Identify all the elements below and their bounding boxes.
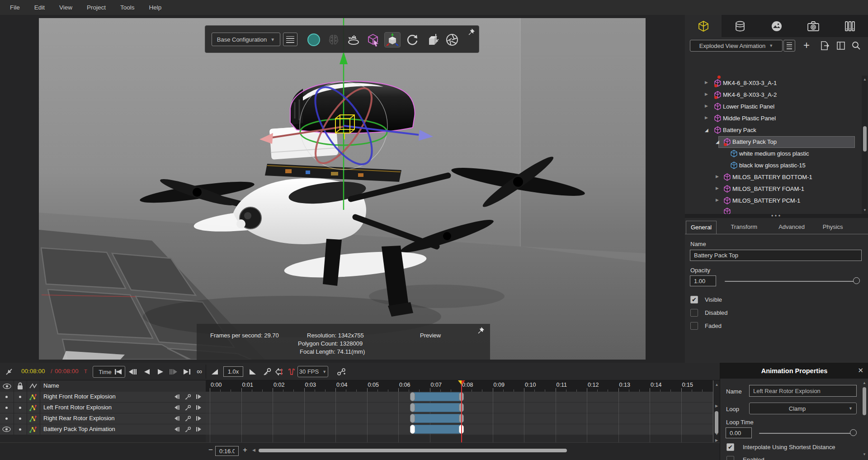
loop-time-slider-handle[interactable] bbox=[850, 429, 857, 436]
keyframe-start[interactable] bbox=[410, 425, 415, 434]
previous-keyframe-button[interactable] bbox=[174, 416, 180, 422]
tab-cameras[interactable] bbox=[795, 15, 831, 37]
skip-to-end-button[interactable] bbox=[181, 366, 193, 377]
opacity-slider-handle[interactable] bbox=[853, 277, 860, 284]
tree-collapsed-icon[interactable]: ▶ bbox=[705, 92, 708, 96]
keyframe-start[interactable] bbox=[410, 414, 415, 423]
tree-collapsed-icon[interactable]: ▶ bbox=[716, 198, 719, 202]
play-button[interactable] bbox=[155, 366, 166, 377]
render-aperture-icon[interactable] bbox=[444, 32, 460, 47]
keyframe-bar[interactable] bbox=[412, 392, 461, 401]
previous-keyframe-button[interactable] bbox=[174, 427, 180, 433]
keyframe-bar[interactable] bbox=[412, 425, 461, 434]
track-row[interactable]: Right Front Rotor Explosion bbox=[0, 392, 206, 402]
track-lock-dot[interactable] bbox=[19, 428, 21, 431]
add-view-button[interactable]: + bbox=[803, 40, 810, 51]
playback-speed-input[interactable] bbox=[223, 366, 243, 377]
tree-collapsed-icon[interactable]: ▶ bbox=[705, 104, 708, 108]
scroll-down-icon[interactable]: ▼ bbox=[863, 208, 867, 212]
tab-general[interactable]: General bbox=[686, 221, 717, 234]
trim-keys-icon[interactable] bbox=[286, 366, 297, 377]
menu-item-help[interactable]: Help bbox=[143, 2, 168, 13]
track-curve-icon[interactable] bbox=[29, 426, 37, 435]
part-name-input[interactable] bbox=[690, 250, 862, 261]
menu-item-project[interactable]: Project bbox=[80, 2, 112, 13]
explode-icon[interactable] bbox=[424, 32, 440, 47]
tree-item[interactable]: ◢Battery Pack bbox=[685, 124, 861, 136]
playhead-marker[interactable] bbox=[458, 380, 465, 385]
expand-right-icon[interactable]: ▶ bbox=[715, 404, 718, 408]
ramp-down-icon[interactable] bbox=[247, 366, 259, 377]
tab-images[interactable] bbox=[758, 15, 795, 37]
track-visible-icon[interactable] bbox=[2, 427, 11, 433]
collapse-panel-icon[interactable] bbox=[5, 367, 14, 376]
tree-item[interactable]: ▶MILOS_BATTERY FOAM-1 bbox=[685, 183, 861, 195]
tree-collapsed-icon[interactable]: ▶ bbox=[716, 174, 719, 179]
animation-panel-scrollbar[interactable]: ▲ ▼ bbox=[861, 381, 867, 460]
track-visible-dot[interactable] bbox=[5, 417, 8, 420]
zoom-in-button[interactable]: + bbox=[241, 446, 249, 455]
tree-item[interactable]: black low gloss plastic-15 bbox=[685, 160, 861, 171]
scroll-up-icon[interactable]: ▲ bbox=[863, 77, 867, 81]
track-row[interactable]: Right Rear Rotor Explosion bbox=[0, 413, 206, 424]
tree-item[interactable]: ▶Lower Plastic Panel bbox=[685, 101, 861, 113]
track-visible-dot[interactable] bbox=[5, 396, 8, 398]
track-row[interactable]: Battery Pack Top Animation bbox=[0, 424, 206, 435]
pin-icon[interactable] bbox=[477, 327, 485, 334]
scroll-up-icon[interactable]: ▲ bbox=[863, 381, 866, 385]
smart-mode-icon[interactable] bbox=[326, 32, 342, 47]
checkbox-disabled[interactable] bbox=[690, 309, 698, 317]
scroll-down-icon[interactable]: ▼ bbox=[863, 452, 866, 456]
checkbox-interpolate-using-shortest-distance[interactable]: ✔ bbox=[726, 443, 734, 451]
set-keyframe-button[interactable] bbox=[184, 427, 191, 434]
scroll-up-icon[interactable]: ▲ bbox=[715, 383, 719, 387]
dope-sheet[interactable]: 0:000:010:020:030:040:050:060:070:080:09… bbox=[206, 380, 713, 442]
scroll-left-icon[interactable]: ◀ bbox=[252, 448, 255, 452]
menu-item-tools[interactable]: Tools bbox=[114, 2, 141, 13]
rotate-view-icon[interactable] bbox=[404, 32, 420, 47]
configuration-dropdown[interactable]: Base Configuration ▼ bbox=[212, 33, 280, 46]
zoom-out-button[interactable]: − bbox=[207, 446, 214, 455]
checkbox-visible[interactable]: ✔ bbox=[690, 296, 698, 304]
tree-item[interactable]: ▶MK4-6_8-X03-3_A-1 bbox=[685, 77, 861, 89]
view-dropdown[interactable]: Exploded View Animation ▼ bbox=[690, 40, 783, 52]
dope-sheet-scrollbar-thumb[interactable] bbox=[715, 411, 718, 434]
track-visible-dot[interactable] bbox=[5, 407, 8, 409]
track-curve-icon[interactable] bbox=[29, 404, 37, 413]
set-keyframe-button[interactable] bbox=[184, 405, 191, 412]
turntable-icon[interactable] bbox=[345, 32, 362, 47]
view-menu-button[interactable] bbox=[783, 40, 795, 52]
panel-splitter[interactable]: ●●● bbox=[685, 214, 868, 218]
expand-right-icon[interactable]: ▶ bbox=[715, 438, 718, 442]
set-keyframe-button[interactable] bbox=[184, 416, 191, 423]
tab-model[interactable] bbox=[685, 15, 722, 37]
tree-expanded-icon[interactable]: ◢ bbox=[716, 139, 719, 144]
tree-scrollbar-thumb[interactable] bbox=[863, 126, 867, 152]
next-keyframe-button[interactable] bbox=[195, 427, 202, 433]
viewport-3d[interactable]: Base Configuration ▼ bbox=[39, 18, 646, 360]
keyframe-start[interactable] bbox=[410, 392, 415, 401]
export-view-icon[interactable] bbox=[820, 41, 830, 51]
track-curve-icon[interactable] bbox=[29, 415, 37, 424]
split-view-icon[interactable] bbox=[836, 41, 846, 51]
loop-time-slider-track[interactable] bbox=[759, 433, 855, 434]
tab-library[interactable] bbox=[831, 15, 868, 37]
tree-item[interactable]: white medium gloss plastic bbox=[685, 148, 861, 160]
loop-time-input[interactable] bbox=[726, 427, 752, 438]
timeline-zoom-input[interactable] bbox=[215, 446, 239, 456]
previous-keyframe-button[interactable] bbox=[174, 405, 180, 412]
track-lock-dot[interactable] bbox=[19, 396, 21, 398]
tree-collapsed-icon[interactable]: ▶ bbox=[705, 115, 708, 120]
track-lock-dot[interactable] bbox=[19, 417, 21, 420]
tree-item[interactable]: ▶MILOS_BATTERY PCM-1 bbox=[685, 195, 861, 207]
tree-collapsed-icon[interactable]: ▶ bbox=[716, 186, 719, 190]
opacity-input[interactable] bbox=[690, 275, 716, 286]
pin-icon[interactable] bbox=[467, 28, 475, 36]
track-curve-icon[interactable] bbox=[29, 394, 37, 402]
step-back-button[interactable] bbox=[127, 366, 138, 377]
close-icon[interactable]: ✕ bbox=[858, 366, 863, 375]
keyframe-bar[interactable] bbox=[412, 403, 461, 412]
set-keyframe-button[interactable] bbox=[184, 394, 191, 401]
ramp-up-icon[interactable] bbox=[209, 366, 221, 377]
tree-item[interactable]: ◢Battery Pack Top bbox=[685, 136, 861, 148]
